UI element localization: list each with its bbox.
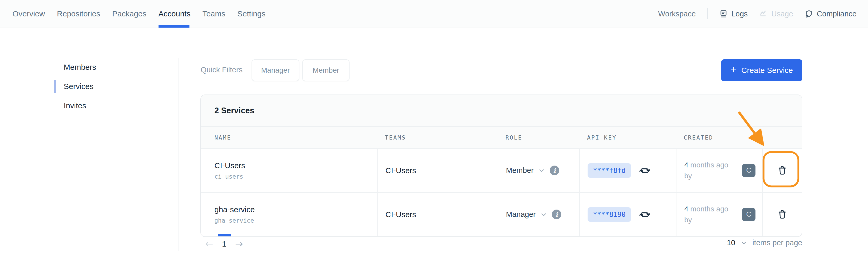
service-role-cell: Manager i <box>498 193 579 236</box>
pagination: ← 1 → <box>205 238 243 249</box>
usage-button[interactable]: Usage <box>759 9 793 18</box>
service-teams-cell: CI-Users <box>377 149 498 192</box>
avatar: C <box>742 164 755 177</box>
table-title-row: 2 Services <box>201 95 802 127</box>
role-value: Member <box>506 166 533 175</box>
nav-item-label: Packages <box>112 9 147 18</box>
sidebar-item-label: Members <box>64 62 96 72</box>
created-text: 4 months ago by <box>684 204 728 226</box>
avatar: C <box>742 208 755 221</box>
chevron-down-icon[interactable] <box>740 240 747 246</box>
sidebar-item-label: Invites <box>64 101 86 110</box>
role-dropdown[interactable]: Manager <box>506 210 547 219</box>
team-name: CI-Users <box>385 166 416 175</box>
service-slug: gha-service <box>214 217 254 224</box>
table-title: 2 Services <box>214 106 254 115</box>
sidebar-item-services[interactable]: Services <box>54 82 163 101</box>
delete-service-button[interactable] <box>775 208 789 221</box>
service-name: gha-service <box>214 205 255 214</box>
column-header-role: ROLE <box>498 134 579 141</box>
nav-item-label: Settings <box>237 9 265 18</box>
logs-icon <box>719 9 728 18</box>
table-header-row: NAME TEAMS ROLE API KEY CREATED <box>201 127 802 148</box>
role-value: Manager <box>506 210 536 219</box>
team-name: CI-Users <box>385 210 416 219</box>
services-table-card: 2 Services NAME TEAMS ROLE API KEY CREAT… <box>200 95 802 237</box>
usage-label: Usage <box>771 10 793 18</box>
refresh-icon <box>639 164 651 177</box>
previous-page-button[interactable]: ← <box>205 238 213 249</box>
compliance-icon <box>805 9 813 18</box>
regenerate-key-button[interactable] <box>639 164 651 177</box>
nav-item-settings[interactable]: Settings <box>237 0 265 28</box>
items-per-page-control: 10 items per page <box>727 238 802 247</box>
chevron-down-icon <box>538 167 545 174</box>
created-number: 4 <box>684 205 688 213</box>
filter-manager-label: Manager <box>261 66 290 75</box>
service-api-key-cell: ****f8fd <box>579 149 676 192</box>
trash-icon <box>777 165 788 176</box>
column-header-api-key: API KEY <box>579 134 676 141</box>
service-slug: ci-users <box>214 173 243 180</box>
nav-item-label: Repositories <box>57 9 100 18</box>
compliance-button[interactable]: Compliance <box>805 9 857 18</box>
page-number[interactable]: 1 <box>222 240 226 248</box>
service-actions-cell <box>762 193 802 236</box>
usage-icon <box>759 9 768 18</box>
next-page-button[interactable]: → <box>235 238 243 249</box>
refresh-icon <box>639 209 651 220</box>
service-created-cell: 4 months ago by C <box>676 193 762 236</box>
column-header-name: NAME <box>201 134 377 141</box>
created-number: 4 <box>684 161 688 169</box>
sidebar-item-invites[interactable]: Invites <box>54 101 163 120</box>
table-row: gha-service gha-service CI-Users Manager… <box>201 192 802 236</box>
api-key-value[interactable]: ****8190 <box>588 207 631 222</box>
accounts-sidebar: Members Services Invites <box>54 62 163 120</box>
service-actions-cell <box>762 149 802 192</box>
column-header-created: CREATED <box>676 134 762 141</box>
nav-item-packages[interactable]: Packages <box>112 0 147 28</box>
created-text: 4 months ago by <box>684 160 728 182</box>
nav-item-accounts[interactable]: Accounts <box>158 0 190 28</box>
sidebar-item-members[interactable]: Members <box>54 62 163 82</box>
nav-item-overview[interactable]: Overview <box>12 0 45 28</box>
filter-manager-button[interactable]: Manager <box>252 59 299 81</box>
service-created-cell: 4 months ago by C <box>676 149 762 192</box>
create-service-button[interactable]: + Create Service <box>721 59 802 81</box>
delete-service-button[interactable] <box>775 163 789 178</box>
created-by-label: by <box>684 216 692 224</box>
active-page-indicator <box>218 234 231 236</box>
service-role-cell: Member i <box>498 149 579 192</box>
role-dropdown[interactable]: Member <box>506 166 545 175</box>
workspace-switcher[interactable]: Workspace <box>658 10 696 18</box>
top-nav-right: Workspace Logs Usage Compliance <box>658 0 857 28</box>
info-icon[interactable]: i <box>550 165 559 175</box>
nav-item-repositories[interactable]: Repositories <box>57 0 100 28</box>
nav-item-teams[interactable]: Teams <box>203 0 225 28</box>
logs-button[interactable]: Logs <box>719 9 748 18</box>
created-relative: months ago <box>690 205 728 213</box>
quick-filters-label: Quick Filters <box>200 65 243 74</box>
nav-item-label: Teams <box>203 9 225 18</box>
items-per-page-label: items per page <box>752 238 802 247</box>
trash-icon <box>777 209 788 220</box>
create-service-label: Create Service <box>741 66 793 75</box>
service-name: CI-Users <box>214 161 245 170</box>
nav-item-label: Accounts <box>158 9 190 18</box>
regenerate-key-button[interactable] <box>639 209 651 220</box>
info-icon[interactable]: i <box>552 210 561 219</box>
filter-member-label: Member <box>313 66 339 75</box>
items-per-page-value[interactable]: 10 <box>727 238 735 247</box>
column-header-teams: TEAMS <box>377 134 498 141</box>
service-api-key-cell: ****8190 <box>579 193 676 236</box>
logs-label: Logs <box>731 10 748 18</box>
compliance-label: Compliance <box>817 10 857 18</box>
sidebar-item-label: Services <box>64 82 94 91</box>
sidebar-divider <box>179 58 179 251</box>
api-key-value[interactable]: ****f8fd <box>588 163 631 178</box>
nav-divider <box>707 8 708 19</box>
filter-member-button[interactable]: Member <box>302 59 349 81</box>
table-row: CI-Users ci-users CI-Users Member i ****… <box>201 148 802 192</box>
top-nav-items: Overview Repositories Packages Accounts … <box>12 0 278 28</box>
created-relative: months ago <box>690 161 728 169</box>
